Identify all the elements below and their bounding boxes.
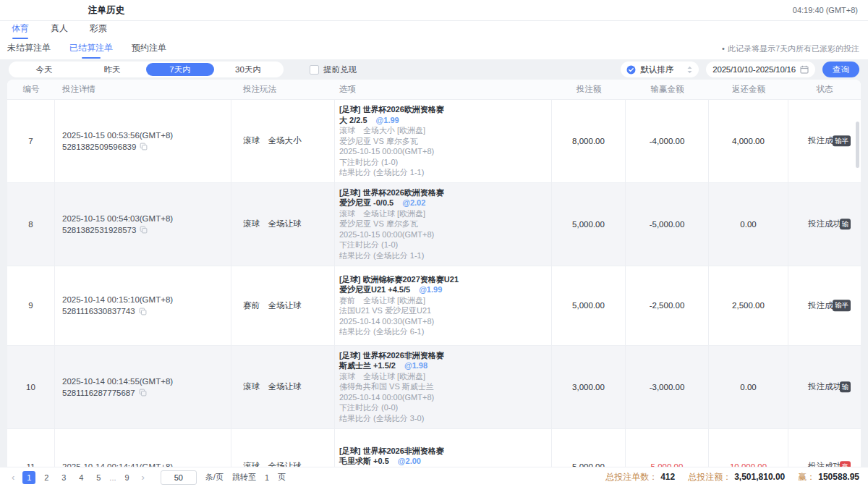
- vertical-scrollbar[interactable]: [856, 122, 859, 168]
- copy-icon[interactable]: [139, 389, 147, 397]
- winloss-cell: -4,000.00: [626, 100, 709, 182]
- option-sub-line: 滚球 全场大小 [欧洲盘]: [339, 125, 425, 136]
- bet-number-cell: 9: [7, 266, 55, 345]
- record-note: •此记录将显示7天内所有已派彩的投注: [722, 43, 859, 54]
- table-header-row: 编号投注详情投注玩法选项投注额输赢金额返还金额状态: [7, 80, 861, 99]
- next-page-icon[interactable]: ›: [139, 472, 148, 483]
- pagination-bar: ‹ 12345...9 › 条/页 跳转至 1 页 总投注单数：412总投注额：…: [0, 467, 868, 487]
- total-label: 赢：: [798, 472, 815, 482]
- option-league: [足球] 欧洲锦标赛2027资格赛U21: [339, 274, 459, 285]
- filter-left-group: 今天昨天7天内30天内 提前兑现: [9, 62, 357, 77]
- range-button-昨天[interactable]: 昨天: [78, 63, 146, 76]
- option-pick: 大 2/2.5: [339, 116, 367, 124]
- copy-icon[interactable]: [140, 143, 148, 151]
- total-label: 总投注额：: [688, 472, 731, 482]
- early-cashout-filter[interactable]: 提前兑现: [310, 64, 357, 75]
- option-sub-line: 滚球 全场让球 [欧洲盘]: [339, 467, 425, 467]
- copy-icon[interactable]: [140, 226, 148, 234]
- option-sub-line: 赛前 全场让球 [欧洲盘]: [339, 295, 425, 306]
- bet-play-cell: 滚球 全场让球: [231, 346, 335, 428]
- option-pick-line: 大 2/2.5@1.99: [339, 115, 399, 126]
- date-range-input[interactable]: 2025/10/10-2025/10/16: [706, 62, 815, 77]
- date-range-segmented-control: 今天昨天7天内30天内: [9, 62, 284, 77]
- range-button-今天[interactable]: 今天: [10, 63, 78, 76]
- early-cashout-label: 提前兑现: [323, 64, 357, 75]
- bet-id-line: 5281116287775687: [62, 389, 147, 397]
- column-header-4: 选项: [335, 84, 552, 95]
- option-sub-line: 2025-10-15 00:00(GMT+8): [339, 229, 434, 240]
- page-button-2[interactable]: 2: [40, 471, 53, 484]
- range-button-7天内[interactable]: 7天内: [146, 63, 214, 76]
- jump-to-label: 跳转至: [232, 472, 256, 483]
- page-size-unit: 条/页: [205, 472, 224, 483]
- bet-id-line: 5281116330837743: [62, 307, 147, 316]
- option-sub-line: 爱沙尼亚 VS 摩尔多瓦: [339, 219, 418, 229]
- jump-page-value[interactable]: 1: [265, 473, 269, 482]
- option-sub-line: 2025-10-15 00:00(GMT+8): [339, 146, 434, 157]
- result-badge: 输半: [833, 300, 851, 311]
- page-button-9[interactable]: 9: [121, 471, 134, 484]
- bet-option-cell: [足球] 世界杯2026欧洲资格赛大 2/2.5@1.99滚球 全场大小 [欧洲…: [335, 100, 552, 182]
- bet-play-cell: 滚球 全场大小: [231, 100, 335, 182]
- sort-dropdown[interactable]: 默认排序: [621, 62, 699, 77]
- tab-彩票[interactable]: 彩票: [90, 22, 107, 39]
- option-league: [足球] 世界杯2026非洲资格赛: [339, 446, 444, 457]
- search-button[interactable]: 查询: [822, 62, 859, 77]
- bet-detail-cell: 2025-10-15 00:54:03(GMT+8)52813825319285…: [55, 183, 231, 266]
- option-sub-line: 滚球 全场让球 [欧洲盘]: [339, 208, 425, 219]
- copy-icon[interactable]: [139, 308, 147, 316]
- bet-id-value: 5281116287775687: [62, 389, 135, 397]
- table-row: 72025-10-15 00:53:56(GMT+8)5281382509596…: [7, 99, 861, 182]
- tab-真人[interactable]: 真人: [51, 22, 68, 39]
- table-row: 82025-10-15 00:54:03(GMT+8)5281382531928…: [7, 182, 861, 266]
- total-item-3: 赢：150588.95: [798, 471, 859, 483]
- return-cell: 4,000.00: [709, 100, 788, 182]
- bet-option-cell: [足球] 世界杯2026非洲资格赛斯威士兰 +1.5/2@1.98滚球 全场让球…: [335, 346, 552, 428]
- bet-id-value: 5281382509596839: [62, 143, 136, 151]
- page-button-3[interactable]: 3: [57, 471, 70, 484]
- stake-cell: 8,000.00: [552, 100, 626, 182]
- bet-table-card: 编号投注详情投注玩法选项投注额输赢金额返还金额状态 72025-10-15 00…: [7, 80, 861, 467]
- result-badge: 输: [840, 381, 851, 393]
- bet-id-value: 5281382531928573: [62, 226, 136, 234]
- bet-time: 2025-10-14 00:15:10(GMT+8): [62, 295, 173, 304]
- page-button-1[interactable]: 1: [22, 471, 35, 484]
- option-sub-line: 结果比分 (全场比分 1-1): [339, 167, 424, 178]
- tab-体育[interactable]: 体育: [12, 22, 29, 39]
- main-tabs: 体育真人彩票: [0, 20, 868, 39]
- return-cell: 2,500.00: [709, 266, 788, 345]
- table-row: 102025-10-14 00:14:55(GMT+8)528111628777…: [7, 345, 861, 428]
- return-cell: 10,000.00: [709, 429, 788, 467]
- early-cashout-checkbox[interactable]: [310, 65, 319, 75]
- page-button-5[interactable]: 5: [92, 471, 105, 484]
- table-row: 112025-10-14 00:14:41(GMT+8)滚球 全场让球[足球] …: [7, 428, 861, 467]
- totals-summary: 总投注单数：412总投注额：3,501,810.00赢：150588.95: [605, 471, 859, 483]
- option-league: [足球] 世界杯2026欧洲资格赛: [339, 104, 444, 115]
- subtab-未结算注单[interactable]: 未结算注单: [7, 42, 51, 59]
- option-league: [足球] 世界杯2026欧洲资格赛: [339, 187, 444, 198]
- bet-option-cell: [足球] 欧洲锦标赛2027资格赛U21爱沙尼亚U21 +4.5/5@1.99赛…: [335, 266, 552, 345]
- range-button-30天内[interactable]: 30天内: [214, 63, 282, 76]
- total-value: 150588.95: [818, 472, 859, 482]
- sort-dropdown-label: 默认排序: [640, 64, 682, 75]
- subtab-预约注单[interactable]: 预约注单: [132, 42, 166, 59]
- bet-detail-cell: 2025-10-14 00:14:41(GMT+8): [55, 429, 231, 467]
- note-bullet: •: [722, 44, 725, 53]
- subtab-已结算注单[interactable]: 已结算注单: [69, 42, 113, 59]
- prev-page-icon[interactable]: ‹: [9, 472, 17, 483]
- option-sub-line: 法国U21 VS 爱沙尼亚U21: [339, 305, 431, 316]
- column-header-8: 状态: [788, 84, 861, 95]
- option-sub-line: 结果比分 (全场比分 6-1): [339, 326, 424, 337]
- bet-id-line: 5281382509596839: [62, 143, 148, 151]
- bet-time: 2025-10-14 00:14:41(GMT+8): [62, 462, 173, 467]
- page-button-4[interactable]: 4: [75, 471, 88, 484]
- table-row: 92025-10-14 00:15:10(GMT+8)5281116330837…: [7, 266, 861, 345]
- server-time: 04:19:40 (GMT+8): [793, 6, 858, 14]
- bet-time: 2025-10-14 00:14:55(GMT+8): [62, 377, 173, 386]
- bet-number-cell: 8: [7, 183, 55, 266]
- table-body: 72025-10-15 00:53:56(GMT+8)5281382509596…: [7, 99, 861, 467]
- option-pick-line: 斯威士兰 +1.5/2@1.98: [339, 360, 427, 371]
- page-size-input[interactable]: [161, 470, 197, 485]
- column-header-5: 投注额: [552, 84, 626, 95]
- option-sub-line: 下注时比分 (0-0): [339, 402, 398, 413]
